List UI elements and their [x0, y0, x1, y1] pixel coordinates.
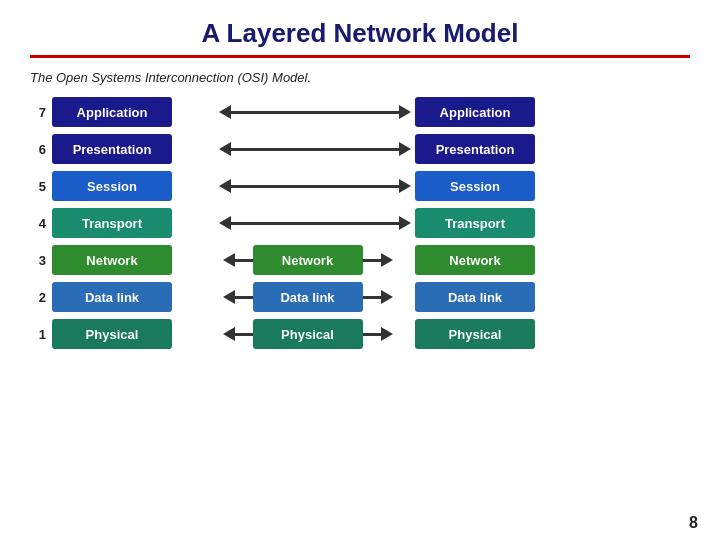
arrow-line-4	[231, 222, 399, 225]
left-row-2: 2 Data link	[30, 280, 215, 314]
left-row-1: 1 Physical	[30, 317, 215, 351]
left-arrowhead-7	[219, 105, 231, 119]
arrow-line-left-3	[235, 259, 253, 262]
slide-title: A Layered Network Model	[30, 10, 690, 58]
right-layer-box-1: Physical	[415, 319, 535, 349]
right-arrowhead-5	[399, 179, 411, 193]
page-number: 8	[689, 514, 698, 532]
middle-row-4	[215, 206, 415, 240]
right-row-5: Session	[415, 169, 560, 203]
layer-num-2: 2	[30, 290, 46, 305]
middle-row-2: Data link	[215, 280, 415, 314]
full-arrow-5	[219, 179, 411, 193]
left-arrowhead-6	[219, 142, 231, 156]
left-arrowhead-1	[223, 327, 235, 341]
left-row-6: 6 Presentation	[30, 132, 215, 166]
right-arrowhead-2	[381, 290, 393, 304]
right-row-7: Application	[415, 95, 560, 129]
arrow-line-right-3	[363, 259, 381, 262]
middle-row-5	[215, 169, 415, 203]
arrow-line-right-2	[363, 296, 381, 299]
right-layer-box-3: Network	[415, 245, 535, 275]
middle-row-1: Physical	[215, 317, 415, 351]
right-row-3: Network	[415, 243, 560, 277]
middle-row-3: Network	[215, 243, 415, 277]
full-arrow-4	[219, 216, 411, 230]
center-layer-box-2: Data link	[253, 282, 363, 312]
left-arrowhead-2	[223, 290, 235, 304]
right-layer-box-6: Presentation	[415, 134, 535, 164]
left-layer-box-2: Data link	[52, 282, 172, 312]
right-column: Application Presentation Session Transpo…	[415, 95, 560, 351]
layer-num-6: 6	[30, 142, 46, 157]
right-layer-box-2: Data link	[415, 282, 535, 312]
left-layer-box-7: Application	[52, 97, 172, 127]
left-layer-box-6: Presentation	[52, 134, 172, 164]
arrow-line-5	[231, 185, 399, 188]
main-content: 7 Application 6 Presentation 5 Session 4…	[30, 95, 690, 530]
layer-num-3: 3	[30, 253, 46, 268]
middle-row-6	[215, 132, 415, 166]
arrow-line-right-1	[363, 333, 381, 336]
left-row-3: 3 Network	[30, 243, 215, 277]
left-row-4: 4 Transport	[30, 206, 215, 240]
left-arrowhead-5	[219, 179, 231, 193]
right-arrowhead-3	[381, 253, 393, 267]
right-arrowhead-7	[399, 105, 411, 119]
right-arrowhead-6	[399, 142, 411, 156]
middle-column: Network Data link Physical	[215, 95, 415, 351]
arrow-line-7	[231, 111, 399, 114]
slide: A Layered Network Model The Open Systems…	[0, 0, 720, 540]
right-layer-box-4: Transport	[415, 208, 535, 238]
left-arrowhead-4	[219, 216, 231, 230]
center-layer-box-1: Physical	[253, 319, 363, 349]
right-row-1: Physical	[415, 317, 560, 351]
left-layer-box-4: Transport	[52, 208, 172, 238]
left-row-7: 7 Application	[30, 95, 215, 129]
right-row-4: Transport	[415, 206, 560, 240]
right-row-6: Presentation	[415, 132, 560, 166]
layer-num-4: 4	[30, 216, 46, 231]
left-row-5: 5 Session	[30, 169, 215, 203]
full-arrow-7	[219, 105, 411, 119]
right-layer-box-5: Session	[415, 171, 535, 201]
slide-subtitle: The Open Systems Interconnection (OSI) M…	[30, 70, 690, 85]
left-column: 7 Application 6 Presentation 5 Session 4…	[30, 95, 215, 351]
layer-num-5: 5	[30, 179, 46, 194]
middle-row-7	[215, 95, 415, 129]
right-row-2: Data link	[415, 280, 560, 314]
left-layer-box-5: Session	[52, 171, 172, 201]
right-arrowhead-1	[381, 327, 393, 341]
full-arrow-6	[219, 142, 411, 156]
center-layer-box-3: Network	[253, 245, 363, 275]
layer-num-7: 7	[30, 105, 46, 120]
arrow-line-left-2	[235, 296, 253, 299]
arrow-line-6	[231, 148, 399, 151]
right-arrowhead-4	[399, 216, 411, 230]
arrow-line-left-1	[235, 333, 253, 336]
left-layer-box-3: Network	[52, 245, 172, 275]
layer-num-1: 1	[30, 327, 46, 342]
right-layer-box-7: Application	[415, 97, 535, 127]
left-layer-box-1: Physical	[52, 319, 172, 349]
left-arrowhead-3	[223, 253, 235, 267]
